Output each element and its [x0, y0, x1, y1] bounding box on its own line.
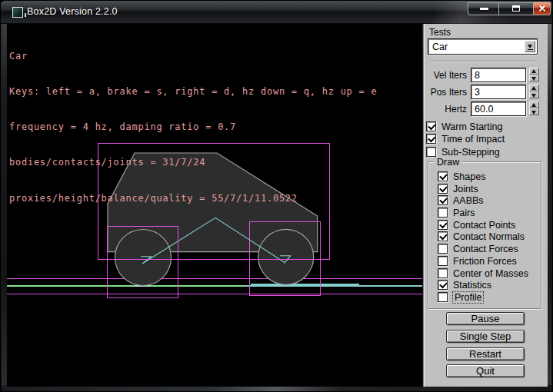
pos-iters-label: Pos Iters: [423, 87, 467, 98]
dropdown-button[interactable]: [525, 41, 535, 52]
bodies-stats-text: bodies/contacts/joints = 31/7/24: [9, 157, 377, 168]
spinner-down-button[interactable]: [529, 108, 539, 115]
checkbox-icon[interactable]: [438, 184, 448, 194]
chevron-down-icon: [528, 45, 532, 48]
window-title: Box2D Version 2.2.0: [27, 6, 118, 17]
vel-iters-label: Vel Iters: [423, 70, 467, 81]
stats-overlay: Car Keys: left = a, brake = s, right = d…: [9, 27, 377, 228]
simulation-canvas[interactable]: Car Keys: left = a, brake = s, right = d…: [7, 24, 422, 387]
window-border-left: [2, 24, 7, 387]
arrow-up-icon: [531, 86, 536, 90]
caption-buttons: [468, 2, 551, 15]
minimize-button[interactable]: [468, 2, 499, 15]
pos-iters-input[interactable]: [471, 85, 526, 99]
pos-iters-spinner: [529, 85, 539, 99]
checkbox-icon[interactable]: [438, 195, 448, 205]
checkbox-icon[interactable]: [438, 171, 448, 181]
keys-help-text: Keys: left = a, brake = s, right = d, hz…: [9, 86, 377, 98]
checkbox-icon[interactable]: [438, 268, 448, 278]
spinner-down-button[interactable]: [529, 91, 539, 98]
arrow-down-icon: [531, 77, 536, 81]
checkbox-icon[interactable]: [438, 280, 448, 290]
hertz-spinner: [529, 101, 539, 116]
vel-iters-row: Vel Iters: [423, 68, 548, 82]
control-panel: Tests Car Vel Iters Pos Iters: [423, 24, 548, 387]
restart-button[interactable]: Restart: [446, 347, 525, 360]
vel-iters-input[interactable]: [471, 68, 526, 82]
car-rear-wheel: [115, 230, 172, 286]
application-window: Box2D Version 2.2.0: [0, 0, 553, 392]
draw-group-box: Draw Shapes Joints AABBs Pairs: [428, 161, 541, 309]
app-icon: [12, 7, 23, 18]
spinner-down-button[interactable]: [529, 75, 539, 81]
quit-button[interactable]: Quit: [446, 364, 525, 377]
arrow-down-icon: [531, 111, 536, 115]
minimize-icon: [480, 8, 488, 10]
car-front-wheel: [258, 229, 314, 284]
single-step-button[interactable]: Single Step: [446, 330, 525, 343]
hertz-input[interactable]: [471, 101, 526, 116]
separator: [430, 61, 535, 62]
window-frame: Box2D Version 2.2.0: [0, 0, 553, 392]
draw-group-title: Draw: [434, 157, 462, 168]
close-button[interactable]: [534, 2, 551, 15]
arrow-down-icon: [531, 94, 536, 98]
checkbox-icon[interactable]: [426, 121, 436, 131]
spinner-up-button[interactable]: [529, 85, 539, 91]
arrow-up-icon: [531, 103, 536, 107]
vel-iters-spinner: [529, 68, 539, 82]
close-icon: [538, 4, 547, 13]
checkbox-icon[interactable]: [438, 220, 448, 230]
tests-dropdown[interactable]: Car: [428, 38, 538, 55]
checkbox-icon[interactable]: [426, 134, 436, 144]
proxies-stats-text: proxies/height/balance/quality = 55/7/1/…: [9, 193, 377, 204]
arrow-up-icon: [531, 69, 536, 73]
maximize-icon: [512, 5, 520, 12]
maximize-button[interactable]: [499, 2, 534, 15]
checkbox-icon[interactable]: [438, 231, 448, 241]
tests-label: Tests: [429, 27, 451, 38]
pause-button[interactable]: Pause: [446, 312, 525, 325]
frequency-text: frequency = 4 hz, damping ratio = 0.7: [9, 121, 377, 133]
checkbox-icon[interactable]: [426, 147, 436, 157]
pos-iters-row: Pos Iters: [423, 85, 548, 99]
test-name-text: Car: [9, 51, 377, 62]
spinner-up-button[interactable]: [529, 68, 539, 75]
checkbox-icon[interactable]: [438, 256, 448, 266]
spinner-up-button[interactable]: [529, 101, 539, 108]
hertz-row: Hertz: [423, 101, 548, 116]
hertz-label: Hertz: [423, 104, 467, 115]
tests-selected-value: Car: [432, 42, 448, 52]
checkbox-icon[interactable]: [438, 244, 448, 254]
checkbox-icon[interactable]: [438, 292, 448, 302]
checkbox-icon[interactable]: [438, 208, 448, 218]
